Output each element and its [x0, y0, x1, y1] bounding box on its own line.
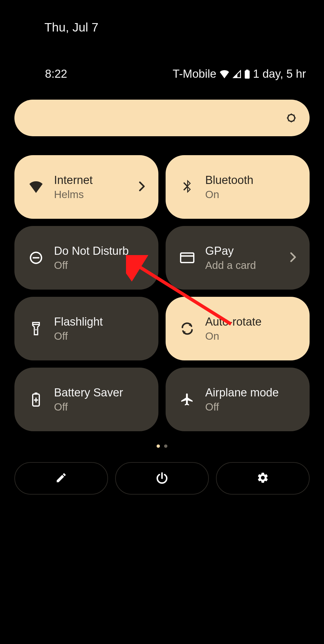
svg-rect-0	[245, 70, 250, 78]
tile-battery-saver[interactable]: Battery Saver Off	[14, 368, 158, 431]
quick-settings-tiles: Internet Helms Bluetooth On Do Not Distu…	[0, 136, 324, 431]
tile-subtitle: Add a card	[205, 259, 256, 271]
svg-rect-1	[246, 70, 248, 71]
wifi-icon	[26, 181, 46, 193]
tile-subtitle: Helms	[54, 188, 93, 200]
card-icon	[178, 252, 197, 263]
brightness-icon	[285, 112, 298, 124]
page-dot-1	[157, 444, 160, 448]
signal-status-icon	[232, 70, 242, 78]
airplane-icon	[178, 392, 197, 407]
tile-title: Internet	[54, 174, 93, 187]
svg-rect-10	[34, 393, 38, 394]
svg-point-8	[35, 329, 37, 330]
tile-internet[interactable]: Internet Helms	[14, 155, 158, 219]
rotate-icon	[178, 321, 197, 336]
tile-subtitle: Off	[54, 259, 129, 271]
tile-subtitle: On	[205, 330, 262, 342]
tile-subtitle: Off	[54, 330, 103, 342]
chevron-right-icon[interactable]	[290, 252, 296, 263]
power-icon	[156, 471, 168, 485]
tile-title: GPay	[205, 245, 256, 257]
tile-title: Bluetooth	[205, 174, 254, 187]
carrier-text: T-Mobile	[173, 68, 217, 80]
svg-point-2	[288, 115, 295, 122]
tile-subtitle: Off	[54, 401, 123, 413]
chevron-right-icon[interactable]	[139, 181, 145, 193]
tile-title: Do Not Disturb	[54, 245, 129, 257]
tile-title: Auto-rotate	[205, 315, 262, 328]
tile-bluetooth[interactable]: Bluetooth On	[166, 155, 310, 219]
tile-autorotate[interactable]: Auto-rotate On	[166, 297, 310, 360]
brightness-slider[interactable]	[14, 100, 310, 136]
flashlight-icon	[26, 321, 46, 336]
page-indicator	[0, 444, 324, 448]
tile-title: Airplane mode	[205, 386, 279, 399]
battery-status-icon	[244, 70, 250, 79]
date-text: Thu, Jul 7	[0, 0, 324, 35]
tile-title: Flashlight	[54, 315, 103, 328]
battery-icon	[26, 392, 46, 407]
time-text: 8:22	[45, 68, 67, 80]
tile-airplane[interactable]: Airplane mode Off	[166, 368, 310, 431]
bottom-button-row	[0, 448, 324, 495]
settings-button[interactable]	[216, 462, 310, 495]
wifi-status-icon	[219, 70, 230, 78]
battery-time-text: 1 day, 5 hr	[253, 68, 306, 80]
tile-subtitle: On	[205, 188, 254, 200]
tile-flashlight[interactable]: Flashlight Off	[14, 297, 158, 360]
tile-dnd[interactable]: Do Not Disturb Off	[14, 226, 158, 290]
dnd-icon	[26, 251, 46, 264]
power-button[interactable]	[115, 462, 209, 495]
pencil-icon	[55, 472, 67, 485]
bluetooth-icon	[178, 180, 197, 194]
tile-title: Battery Saver	[54, 386, 123, 399]
svg-rect-5	[181, 253, 194, 263]
page-dot-2	[164, 444, 167, 448]
gear-icon	[256, 471, 269, 485]
edit-button[interactable]	[14, 462, 108, 495]
tile-gpay[interactable]: GPay Add a card	[166, 226, 310, 290]
status-bar: 8:22 T-Mobile 1 day, 5 hr	[0, 35, 324, 80]
status-right: T-Mobile 1 day, 5 hr	[173, 68, 306, 80]
tile-subtitle: Off	[205, 401, 279, 413]
